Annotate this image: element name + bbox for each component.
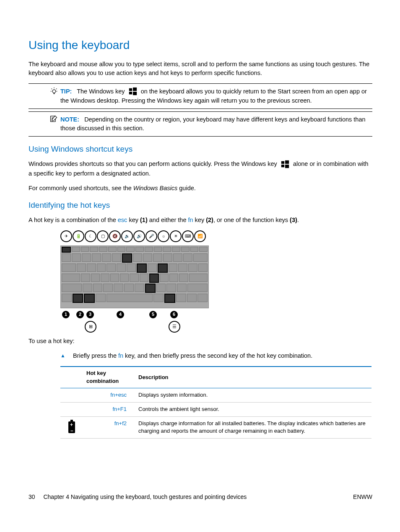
svg-rect-4	[133, 92, 137, 95]
tip-label: TIP:	[60, 88, 72, 95]
keyboard-illustration: ✈🔋☾▢🔇🔉🔊🎤☼☀⌨📶 1 2 3 4 5 6 ⊞ ☰	[60, 230, 208, 333]
page-footer: 30 Chapter 4 Navigating using the keyboa…	[29, 493, 372, 501]
hotkey-table: Hot key combination Description fn+esc D…	[60, 366, 371, 439]
svg-rect-3	[129, 92, 132, 94]
hotkey-combo: fn+esc	[83, 388, 135, 402]
hotkey-combo: fn+f2	[83, 416, 135, 439]
hotkey-combo: fn+F1	[83, 402, 135, 416]
step-marker-icon: ▲	[60, 352, 65, 359]
hotkey-desc: Displays charge information for all inst…	[135, 416, 371, 439]
page-number: 30	[29, 493, 35, 500]
to-use-text: To use a hot key:	[29, 337, 372, 346]
table-header-combo: Hot key combination	[83, 367, 135, 388]
table-row: fn+esc Displays system information.	[60, 388, 371, 402]
note-callout: NOTE: Depending on the country or region…	[29, 111, 372, 137]
intro-paragraph: The keyboard and mouse allow you to type…	[29, 60, 372, 77]
svg-rect-9	[285, 164, 289, 168]
callout-5: 5	[149, 311, 157, 318]
callout-1: 1	[62, 311, 70, 318]
tip-text-before: The Windows key	[77, 88, 125, 95]
tip-icon	[49, 86, 59, 96]
step-item: ▲ Briefly press the fn key, and then bri…	[60, 351, 372, 360]
callout-6: 6	[170, 311, 178, 318]
footer-right: ENWW	[353, 493, 372, 501]
heading-using-keyboard: Using the keyboard	[29, 37, 372, 54]
note-icon	[49, 114, 59, 124]
hotkey-desc: Displays system information.	[135, 388, 371, 402]
windows-icon-circle: ⊞	[85, 321, 96, 333]
hotkey-intro: A hot key is a combination of the esc ke…	[29, 216, 372, 225]
shortcut-see-paragraph: For commonly used shortcuts, see the Win…	[29, 184, 372, 193]
svg-rect-1	[129, 88, 132, 90]
battery-icon: +–	[68, 420, 76, 433]
tip-callout: TIP: The Windows key on the keyboard all…	[29, 83, 372, 109]
note-label: NOTE:	[60, 116, 79, 123]
shortcut-paragraph: Windows provides shortcuts so that you c…	[29, 160, 372, 178]
hotkey-desc: Controls the ambient light sensor.	[135, 402, 371, 416]
table-row: +– fn+f2 Displays charge information for…	[60, 416, 371, 439]
chapter-title: Chapter 4 Navigating using the keyboard,…	[43, 493, 247, 500]
table-row: fn+F1 Controls the ambient light sensor.	[60, 402, 371, 416]
menu-icon-circle: ☰	[169, 321, 180, 333]
callout-2: 2	[76, 311, 84, 318]
heading-windows-shortcuts: Using Windows shortcut keys	[29, 143, 372, 155]
svg-rect-7	[285, 160, 289, 163]
svg-rect-2	[133, 88, 137, 91]
table-header-desc: Description	[135, 367, 371, 388]
svg-rect-6	[281, 161, 284, 163]
svg-rect-8	[281, 164, 284, 167]
callout-3: 3	[86, 311, 94, 318]
windows-key-icon	[281, 160, 290, 169]
heading-hot-keys: Identifying the hot keys	[29, 199, 372, 211]
windows-key-icon	[128, 87, 138, 96]
callout-4: 4	[117, 311, 124, 318]
svg-point-0	[52, 90, 56, 93]
note-text: Depending on the country or region, your…	[60, 116, 366, 132]
